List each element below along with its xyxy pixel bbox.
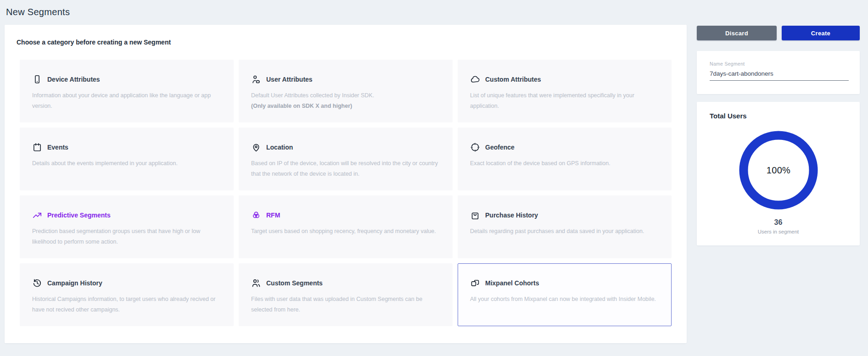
- trend-up-icon: [32, 210, 42, 220]
- category-card-device-attributes[interactable]: Device Attributes Information about your…: [20, 60, 234, 122]
- panel-subtitle: Choose a category before creating a new …: [17, 39, 171, 46]
- category-card-custom-segments[interactable]: Custom Segments Files with user data tha…: [239, 263, 453, 326]
- category-grid: Device Attributes Information about your…: [20, 60, 672, 326]
- category-description: Default User Attributes collected by Ins…: [251, 90, 440, 101]
- category-card-purchase-history[interactable]: Purchase History Details regarding past …: [458, 195, 672, 258]
- category-title: Predictive Segments: [47, 211, 111, 219]
- category-title: Location: [266, 144, 293, 151]
- category-title: Campaign History: [47, 279, 102, 287]
- cloud-icon: [470, 74, 480, 84]
- category-title: Custom Segments: [266, 279, 323, 287]
- user-icon: [251, 74, 261, 84]
- category-title: Device Attributes: [47, 76, 100, 83]
- category-description: List of unique features that were implem…: [470, 90, 659, 111]
- discard-button[interactable]: Discard: [697, 26, 777, 40]
- new-segments-page: New Segments Choose a category before cr…: [0, 0, 868, 356]
- location-pin-icon: [251, 142, 261, 152]
- category-description: Historical Campaigns information, to tar…: [32, 294, 221, 315]
- integration-icon: [470, 278, 480, 288]
- name-segment-input[interactable]: [710, 70, 849, 81]
- category-title: Mixpanel Cohorts: [485, 279, 539, 287]
- total-users-title: Total Users: [710, 112, 747, 120]
- category-card-campaign-history[interactable]: Campaign History Historical Campaigns in…: [20, 263, 234, 326]
- category-card-geofence[interactable]: Geofence Exact location of the device ba…: [458, 128, 672, 190]
- category-card-location[interactable]: Location Based on IP of the device, loca…: [239, 128, 453, 190]
- category-title: Custom Attributes: [485, 76, 541, 83]
- category-title: Geofence: [485, 144, 515, 151]
- category-card-events[interactable]: Events Details about the events implemen…: [20, 128, 234, 190]
- category-card-custom-attributes[interactable]: Custom Attributes List of unique feature…: [458, 60, 672, 122]
- history-clock-icon: [32, 278, 42, 288]
- category-description-note: (Only available on SDK X and higher): [251, 101, 440, 111]
- category-title: User Attributes: [266, 76, 313, 83]
- total-users-card: Total Users 100% 36 Users in segment: [697, 102, 860, 245]
- category-card-predictive-segments[interactable]: Predictive Segments Prediction based seg…: [20, 195, 234, 258]
- venn-icon: [251, 210, 261, 220]
- category-description: Information about your device and applic…: [32, 90, 221, 111]
- users-count-caption: Users in segment: [697, 229, 860, 234]
- category-title: RFM: [266, 211, 280, 219]
- category-description: Exact location of the device based on GP…: [470, 158, 659, 169]
- category-description: Target users based on shopping recency, …: [251, 226, 440, 237]
- calendar-icon: [32, 142, 42, 152]
- users-icon: [251, 278, 261, 288]
- category-card-user-attributes[interactable]: User Attributes Default User Attributes …: [239, 60, 453, 122]
- category-card-rfm[interactable]: RFM Target users based on shopping recen…: [239, 195, 453, 258]
- category-description: Prediction based segmentation groups use…: [32, 226, 221, 247]
- category-title: Events: [47, 144, 68, 151]
- category-panel: Choose a category before creating a new …: [5, 25, 687, 343]
- category-description: All your cohorts from Mixpanel can now b…: [470, 294, 659, 305]
- name-segment-card: Name Segment: [697, 51, 860, 94]
- total-users-donut: 100%: [737, 129, 820, 211]
- geofence-target-icon: [470, 142, 480, 152]
- category-description: Details about the events implemented in …: [32, 158, 221, 169]
- name-segment-label: Name Segment: [710, 61, 849, 67]
- category-description: Details regarding past purchases and dat…: [470, 226, 659, 237]
- device-icon: [32, 74, 42, 84]
- donut-percent-label: 100%: [737, 165, 820, 176]
- category-title: Purchase History: [485, 211, 538, 219]
- create-button[interactable]: Create: [782, 26, 860, 40]
- category-description: Based on IP of the device, location will…: [251, 158, 440, 179]
- users-count: 36: [697, 218, 860, 227]
- category-card-mixpanel-cohorts[interactable]: Mixpanel Cohorts All your cohorts from M…: [458, 263, 672, 326]
- shopping-bag-icon: [470, 210, 480, 220]
- category-description: Files with user data that was uploaded i…: [251, 294, 440, 315]
- page-title: New Segments: [6, 7, 70, 17]
